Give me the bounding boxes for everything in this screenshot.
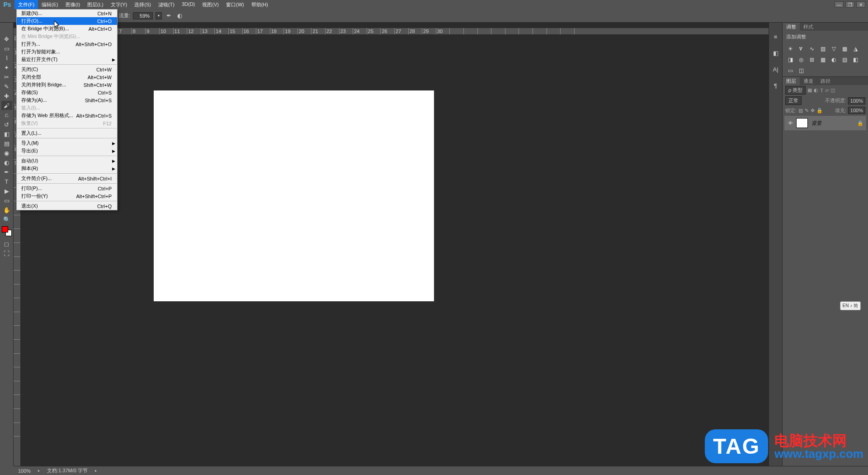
vibrance-icon[interactable]: ▽	[830, 45, 838, 53]
visibility-icon[interactable]: 👁	[787, 120, 793, 126]
colorbalance-icon[interactable]: ◮	[851, 45, 859, 53]
file-menu-item[interactable]: 打印(P)...Ctrl+P	[17, 185, 117, 192]
history-brush-icon[interactable]: ↺	[1, 120, 12, 129]
file-menu-item[interactable]: 新建(N)...Ctrl+N	[17, 10, 117, 17]
maximize-button[interactable]: ❐	[845, 1, 854, 8]
paragraph-panel-icon[interactable]: ¶	[771, 81, 781, 90]
pressure-size-icon[interactable]: ◐	[175, 12, 184, 20]
menu-文件f[interactable]: 文件(F)	[14, 0, 38, 10]
file-menu-item[interactable]: 打开(O)...Ctrl+O	[17, 17, 117, 25]
minimize-button[interactable]: —	[835, 1, 844, 8]
posterize-icon[interactable]: ▤	[840, 56, 849, 64]
colorlookup-icon[interactable]: ▦	[819, 56, 827, 64]
file-menu-item[interactable]: 脚本(R)▶	[17, 165, 117, 172]
threshold-icon[interactable]: ◧	[851, 56, 859, 64]
flow-dropdown[interactable]: ▾	[156, 12, 162, 19]
lock-pos-icon[interactable]: ✥	[811, 108, 815, 114]
file-menu-item[interactable]: 导出(E)▶	[17, 147, 117, 155]
menu-图像i[interactable]: 图像(I)	[62, 0, 84, 10]
menu-帮助h[interactable]: 帮助(H)	[248, 0, 272, 10]
zoom-level[interactable]: 100%	[18, 468, 31, 474]
layer-thumbnail[interactable]	[796, 118, 808, 128]
document-info[interactable]: 文档:1.37M/0 字节	[47, 467, 88, 474]
move-tool-icon[interactable]: ✥	[1, 34, 12, 43]
file-menu-item[interactable]: 存储为(A)...Shift+Ctrl+S	[17, 96, 117, 104]
file-menu-item[interactable]: 文件简介(F)...Alt+Shift+Ctrl+I	[17, 175, 117, 182]
file-menu-item[interactable]: 打开为智能对象...	[17, 48, 117, 56]
brightness-icon[interactable]: ☀	[786, 45, 794, 53]
close-button[interactable]: ✕	[856, 1, 865, 8]
lock-paint-icon[interactable]: ✎	[805, 108, 809, 114]
layer-opacity-value[interactable]: 100%	[848, 97, 865, 104]
history-panel-icon[interactable]: ≡	[771, 32, 781, 42]
eraser-tool-icon[interactable]: ◧	[1, 129, 12, 138]
file-menu-item[interactable]: 自动(U)▶	[17, 157, 117, 165]
color-swatches[interactable]	[2, 226, 12, 236]
menu-3dd[interactable]: 3D(D)	[178, 0, 198, 10]
lock-all-icon[interactable]: 🔒	[816, 108, 823, 114]
zoom-tool-icon[interactable]: 🔍	[1, 215, 12, 224]
menu-编辑e[interactable]: 编辑(E)	[38, 0, 62, 10]
layer-filter-kind[interactable]: ρ 类型	[785, 86, 806, 95]
airbrush-icon[interactable]: ✒	[165, 12, 173, 20]
stamp-tool-icon[interactable]: ⎌	[1, 110, 12, 119]
shape-tool-icon[interactable]: ▭	[1, 196, 12, 205]
dodge-tool-icon[interactable]: ◐	[1, 158, 12, 167]
file-menu-item[interactable]: 关闭并转到 Bridge...Shift+Ctrl+W	[17, 81, 117, 89]
levels-icon[interactable]: ⛛	[797, 45, 805, 53]
selective-icon[interactable]: ◫	[797, 66, 805, 75]
horizontal-ruler[interactable]: 0123456789101112131415161718192021222324…	[21, 28, 769, 35]
file-menu-item[interactable]: 打印一份(Y)Alt+Shift+Ctrl+P	[17, 192, 117, 200]
eyedropper-tool-icon[interactable]: ✎	[1, 82, 12, 91]
tab-layers[interactable]: 图层	[783, 77, 800, 85]
menu-窗口w[interactable]: 窗口(W)	[222, 0, 248, 10]
file-menu-item[interactable]: 存储(S)Ctrl+S	[17, 89, 117, 96]
bw-icon[interactable]: ◨	[786, 56, 794, 64]
zoom-drop-icon[interactable]: ▸	[38, 469, 40, 473]
filter-pixel-icon[interactable]: ▦	[807, 87, 812, 93]
document-canvas[interactable]	[154, 90, 434, 301]
file-menu-item[interactable]: 存储为 Web 所用格式...Alt+Shift+Ctrl+S	[17, 112, 117, 119]
exposure-icon[interactable]: ▨	[819, 45, 827, 53]
crop-tool-icon[interactable]: ✂	[1, 72, 12, 81]
filter-smart-icon[interactable]: ◫	[830, 87, 835, 93]
file-menu-item[interactable]: 置入(L)...	[17, 129, 117, 137]
blend-mode-select[interactable]: 正常	[785, 96, 802, 105]
menu-图层l[interactable]: 图层(L)	[84, 0, 107, 10]
menu-文字y[interactable]: 文字(Y)	[107, 0, 131, 10]
layer-row-background[interactable]: 👁 背景 🔒	[784, 116, 866, 130]
properties-panel-icon[interactable]: ◧	[771, 48, 781, 58]
file-menu-item[interactable]: 关闭(C)Ctrl+W	[17, 66, 117, 73]
hand-tool-icon[interactable]: ✋	[1, 205, 12, 214]
lasso-tool-icon[interactable]: ⌇	[1, 53, 12, 62]
filter-adjust-icon[interactable]: ◐	[814, 87, 818, 93]
invert-icon[interactable]: ◐	[830, 56, 838, 64]
filter-type-icon[interactable]: T	[820, 88, 823, 93]
wand-tool-icon[interactable]: ✦	[1, 63, 12, 72]
menu-选择s[interactable]: 选择(S)	[131, 0, 155, 10]
flow-value[interactable]: 59%	[133, 12, 153, 19]
file-menu-item[interactable]: 打开为...Alt+Shift+Ctrl+O	[17, 40, 117, 48]
file-menu-item[interactable]: 关闭全部Alt+Ctrl+W	[17, 73, 117, 81]
brush-tool-icon[interactable]: 🖌	[1, 101, 12, 110]
hue-icon[interactable]: ▦	[840, 45, 849, 53]
photofilter-icon[interactable]: ◎	[797, 56, 805, 64]
menu-视图v[interactable]: 视图(V)	[198, 0, 222, 10]
curves-icon[interactable]: ∿	[808, 45, 816, 53]
docinfo-more-icon[interactable]: ▸	[95, 469, 97, 473]
screenmode-icon[interactable]: ⛶	[1, 249, 12, 258]
ime-indicator[interactable]: EN ♪ 简	[840, 301, 861, 310]
file-menu-item[interactable]: 退出(X)Ctrl+Q	[17, 202, 117, 210]
filter-shape-icon[interactable]: ▱	[825, 87, 829, 93]
file-menu-item[interactable]: 导入(M)▶	[17, 139, 117, 147]
type-tool-icon[interactable]: T	[1, 177, 12, 186]
path-select-icon[interactable]: ▶	[1, 186, 12, 195]
pen-tool-icon[interactable]: ✒	[1, 167, 12, 176]
lock-trans-icon[interactable]: ▨	[798, 108, 803, 114]
tab-styles[interactable]: 样式	[800, 23, 817, 31]
marquee-tool-icon[interactable]: ▭	[1, 44, 12, 53]
file-menu-item[interactable]: 在 Bridge 中浏览(B)...Alt+Ctrl+O	[17, 25, 117, 33]
foreground-color-swatch[interactable]	[2, 226, 8, 233]
menu-滤镜t[interactable]: 滤镜(T)	[155, 0, 178, 10]
tab-channels[interactable]: 通道	[800, 77, 817, 85]
